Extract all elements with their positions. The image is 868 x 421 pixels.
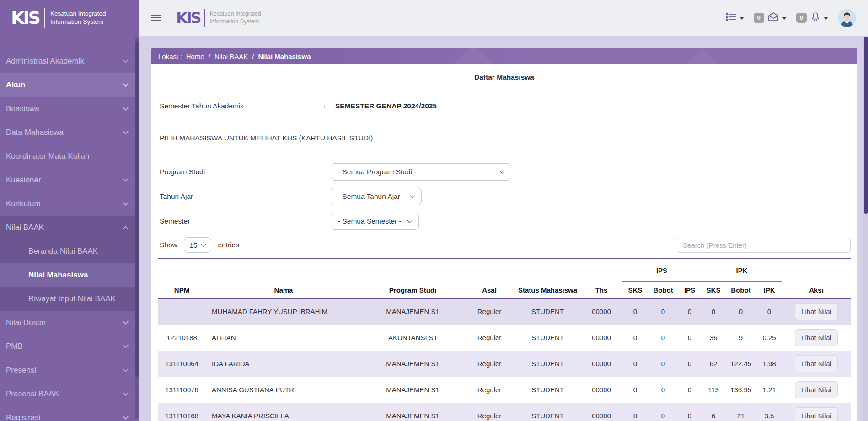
sidebar-item-beasiswa[interactable]: Beasiswa <box>0 97 139 121</box>
cell-status: STUDENT <box>514 403 581 421</box>
cell-ipk: 1.21 <box>756 377 782 403</box>
filter-row-program-studi: Program Studi - Semua Program Studi - <box>158 163 851 181</box>
breadcrumb-separator: / <box>209 53 210 60</box>
cell-ths: 00000 <box>581 298 622 325</box>
messages-dropdown[interactable]: 0 <box>754 12 786 24</box>
column-header-ips-sks: SKS <box>622 282 648 298</box>
lihat-nilai-button[interactable]: Lihat Nilai <box>795 355 838 372</box>
user-avatar[interactable] <box>838 9 856 27</box>
cell-ipk-bobot: 21 <box>725 403 756 421</box>
sidebar-subitem-label: Riwayat Input Nilai BAAK <box>28 294 116 304</box>
tahun-ajar-select[interactable]: - Semua Tahun Ajar - <box>331 188 422 205</box>
cell-aksi: Lihat Nilai <box>782 377 851 403</box>
notifications-dropdown[interactable]: 0 <box>796 11 828 24</box>
sidebar-item-kuesioner[interactable]: Kuesioner <box>0 168 139 192</box>
sidebar-item-nilai-baak[interactable]: Nilai BAAK <box>0 216 139 240</box>
sidebar-item-registrasi[interactable]: Registrasi <box>0 406 139 421</box>
column-header-ipk-sks: SKS <box>702 282 725 298</box>
table-row: 131110064 IDA FARIDA MANAJEMEN S1 Regule… <box>158 351 851 377</box>
cell-ipk-bobot: 136.95 <box>725 377 756 403</box>
lihat-nilai-button[interactable]: Lihat Nilai <box>795 407 838 421</box>
task-list-icon <box>726 12 737 23</box>
table-controls: Show 15 entries <box>158 237 851 253</box>
sidebar-scrollbar-thumb[interactable] <box>135 41 139 377</box>
sidebar-item-presensi[interactable]: Presensi <box>0 358 139 382</box>
semester-select[interactable]: - Semua Semester - <box>331 213 419 230</box>
lihat-nilai-button[interactable]: Lihat Nilai <box>795 381 838 398</box>
semester-label: Semester Tahun Akademik <box>160 102 323 110</box>
cell-ips-sks: 0 <box>622 351 648 377</box>
table-row: 131110076 ANNISA GUSTIANA PUTRI MANAJEME… <box>158 377 851 403</box>
cell-status: STUDENT <box>514 351 581 377</box>
breadcrumb-prefix: Lokasi : <box>158 53 182 60</box>
instruction-text: PILIH MAHASISWA UNTUK MELIHAT KHS (KARTU… <box>158 123 851 153</box>
breadcrumb-home[interactable]: Home <box>186 53 204 60</box>
cell-status: STUDENT <box>514 298 581 325</box>
chevron-down-icon <box>824 17 828 20</box>
column-header-ipk: IPK <box>756 282 782 298</box>
cell-ths: 00000 <box>581 377 622 403</box>
group-header-ipk: IPK <box>702 259 782 282</box>
cell-ipk-sks: 0 <box>702 298 725 325</box>
cell-ipk-sks: 36 <box>702 325 725 351</box>
cell-program-studi: MANAJEMEN S1 <box>361 403 464 421</box>
sidebar-item-label: Kuesioner <box>6 176 41 185</box>
sidebar-subitem-riwayat-input-nilai-baak[interactable]: Riwayat Input Nilai BAAK <box>0 287 139 311</box>
show-label: Show <box>160 241 177 249</box>
sidebar-item-kurikulum[interactable]: Kurikulum <box>0 192 139 216</box>
chevron-down-icon <box>782 17 786 20</box>
cell-program-studi: MANAJEMEN S1 <box>361 298 464 325</box>
column-header-npm: NPM <box>158 282 206 298</box>
hamburger-menu-icon[interactable] <box>151 14 161 21</box>
sidebar-item-data-mahasiswa[interactable]: Data Mahasiswa <box>0 121 139 144</box>
cell-ths: 00000 <box>581 403 622 421</box>
sidebar-logo: KIS Kesatuan Integrated Information Syst… <box>0 0 139 36</box>
page-title: Daftar Mahasiswa <box>158 64 851 89</box>
cell-npm: 131110064 <box>158 351 206 377</box>
page-size-select[interactable]: 15 <box>184 237 212 253</box>
sidebar-item-label: PMB <box>6 342 23 351</box>
page-scrollbar-thumb[interactable] <box>864 37 868 214</box>
column-header-status: Status Mahasiswa <box>514 282 581 298</box>
sidebar-item-label: Registrasi <box>6 413 41 421</box>
sidebar-item-label: Beasiswa <box>6 104 39 113</box>
sidebar-item-pmb[interactable]: PMB <box>0 335 139 358</box>
cell-ipk: 1.98 <box>756 351 782 377</box>
sidebar-item-presensi-baak[interactable]: Presensi BAAK <box>0 382 139 406</box>
cell-ipk-bobot: 0 <box>725 298 756 325</box>
sidebar-item-label: Presensi BAAK <box>6 389 59 399</box>
cell-ths: 00000 <box>581 351 622 377</box>
cell-ips-bobot: 0 <box>648 377 678 403</box>
cell-ipk: 0.25 <box>756 325 782 351</box>
cell-ipk-sks: 6 <box>702 403 725 421</box>
sidebar-item-administrasi-akademik[interactable]: Administrasi Akademik <box>0 49 139 73</box>
content-area: Lokasi : Home / Nilai BAAK / Nilai Mahas… <box>139 36 868 421</box>
chevron-down-icon <box>740 17 744 20</box>
table-row: MUHAMAD FAHRY YUSUP IBRAHIM MANAJEMEN S1… <box>158 298 851 325</box>
sidebar-item-akun[interactable]: Akun <box>0 73 139 97</box>
tasks-dropdown[interactable] <box>726 12 744 23</box>
semester-colon: : <box>323 102 335 110</box>
lihat-nilai-button[interactable]: Lihat Nilai <box>795 303 838 320</box>
chevron-down-icon <box>499 168 504 173</box>
cell-ips: 0 <box>678 325 702 351</box>
program-studi-select[interactable]: - Semua Program Studi - <box>331 163 511 181</box>
messages-count-badge: 0 <box>754 13 764 23</box>
chevron-down-icon <box>123 414 129 420</box>
search-input[interactable] <box>677 238 851 253</box>
sidebar-item-label: Koordinator Mata Kuliah <box>6 152 89 161</box>
sidebar-item-label: Nilai BAAK <box>6 223 44 232</box>
sidebar-subitem-beranda-nilai-baak[interactable]: Beranda Nilai BAAK <box>0 240 139 263</box>
cell-asal: Reguler <box>464 298 514 325</box>
topbar: KIS Kesatuan Integrated Information Syst… <box>139 0 868 36</box>
brand-subtitle: Kesatuan Integrated Information System <box>210 10 262 26</box>
semester-value: SEMESTER GENAP 2024/2025 <box>335 102 437 110</box>
column-header-asal: Asal <box>464 282 514 298</box>
lihat-nilai-button[interactable]: Lihat Nilai <box>795 329 838 346</box>
sidebar-item-nilai-dosen[interactable]: Nilai Dosen <box>0 311 139 335</box>
sidebar-item-koordinator-mata-kuliah[interactable]: Koordinator Mata Kuliah <box>0 144 139 168</box>
breadcrumb-nilai-baak[interactable]: Nilai BAAK <box>214 53 248 60</box>
cell-nama: IDA FARIDA <box>206 351 361 377</box>
sidebar-subitem-nilai-mahasiswa[interactable]: Nilai Mahasiswa <box>0 263 139 287</box>
sidebar-item-label: Akun <box>6 80 26 90</box>
